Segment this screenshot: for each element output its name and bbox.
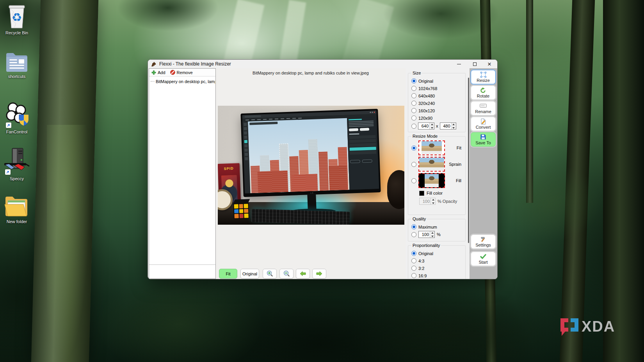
size-option-640x480[interactable]: 640x480 [411, 92, 463, 99]
desktop-icon-new-folder[interactable]: New folder [0, 194, 34, 224]
tree-connector [151, 81, 155, 82]
open-folder-icon [4, 194, 30, 218]
spin-down-icon [430, 126, 434, 129]
minimize-button[interactable] [452, 60, 466, 68]
mode-option-fill[interactable]: Fill [411, 173, 463, 188]
desktop-icon-shortcuts[interactable]: shortcuts [0, 51, 34, 79]
radio-icon [411, 108, 416, 113]
opacity-spinner[interactable]: 100 [419, 198, 436, 205]
convert-button[interactable]: Convert [471, 117, 496, 131]
size-group: Size Original 1024x768 640x480 [408, 73, 466, 132]
remove-icon [170, 70, 175, 75]
custom-height-spinner[interactable]: 480 [440, 122, 456, 130]
size-option-original[interactable]: Original [411, 77, 463, 85]
preview-pane: BitMappery on desktop pc, lamp and rubik… [216, 68, 406, 279]
foliage [500, 164, 601, 242]
proportionality-16-9[interactable]: 16:9 [411, 272, 463, 279]
fill-color-row: Fill color [419, 190, 463, 197]
radio-icon[interactable] [411, 124, 416, 129]
fill-thumbnail [418, 173, 445, 188]
size-option-custom: 640 x 480 [411, 122, 463, 130]
quality-percent-spinner[interactable]: 100 [418, 231, 435, 238]
radio-icon [411, 162, 416, 167]
zoom-out-icon [283, 270, 290, 277]
options-pane: Size Original 1024x768 640x480 [406, 68, 470, 279]
remove-label: Remove [177, 70, 193, 75]
window-title: Flexxi - The flexible Image Resizer [159, 61, 231, 67]
size-option-160x120[interactable]: 160x120 [411, 107, 463, 114]
add-button[interactable]: Add [149, 69, 168, 76]
file-name: BitMappery on desktop pc, lamp a [156, 79, 215, 84]
file-panel-divider [149, 264, 215, 265]
moss-highlight [47, 125, 90, 362]
close-button[interactable]: ✕ [483, 60, 496, 68]
settings-button[interactable]: Settings [471, 234, 496, 249]
next-image-button[interactable] [312, 269, 326, 279]
start-button[interactable]: Start [471, 252, 496, 266]
file-toolbar: Add Remove [149, 69, 215, 76]
radio-icon [411, 93, 416, 98]
radio-selected-icon [411, 224, 416, 229]
rename-button[interactable]: Rename [471, 101, 496, 115]
preview-toolbar: Fit Original [216, 269, 406, 279]
desktop-icon-speccy[interactable]: Speccy [0, 147, 34, 181]
xda-right-bracket [571, 318, 578, 332]
convert-icon [480, 119, 486, 124]
folder-documents-icon [5, 51, 29, 73]
resize-mode-group: Resize Mode Fit Sprain Fill [408, 136, 466, 215]
original-button[interactable]: Original [240, 269, 259, 279]
spin-up-icon [452, 123, 456, 126]
file-list-item[interactable]: BitMappery on desktop pc, lamp a [151, 78, 215, 84]
opacity-row: 100 % Opacity [419, 197, 463, 205]
zoom-in-button[interactable] [263, 269, 277, 279]
file-list-panel: Add Remove BitMappery on desktop pc, lam… [149, 68, 216, 279]
quality-option-maximum[interactable]: Maximum [411, 223, 463, 231]
flexxi-window: Flexxi - The flexible Image Resizer ✕ Ad… [148, 59, 498, 279]
rename-icon [480, 104, 487, 108]
desktop-icon-fancontrol[interactable]: FanControl [0, 101, 34, 135]
fill-color-swatch[interactable] [419, 191, 424, 196]
size-option-120x90[interactable]: 120x90 [411, 114, 463, 122]
resize-icon [480, 72, 486, 78]
mode-option-fit[interactable]: Fit [411, 140, 463, 155]
maximize-button[interactable] [468, 60, 481, 68]
size-option-1024x768[interactable]: 1024x768 [411, 85, 463, 92]
radio-icon[interactable] [411, 232, 416, 237]
size-separator: x [436, 124, 438, 128]
fit-button[interactable]: Fit [219, 269, 237, 279]
custom-width-spinner[interactable]: 640 [418, 122, 434, 130]
radio-selected-icon [411, 251, 416, 256]
rotate-icon [480, 87, 486, 93]
save-icon [480, 134, 486, 140]
desktop-icon-recycle-bin[interactable]: ♻ Recycle Bin [0, 2, 34, 35]
spin-up-icon [430, 123, 434, 126]
actions-pane: Resize Rotate Rename [470, 68, 497, 279]
mode-option-sprain[interactable]: Sprain [411, 157, 463, 172]
shortcut-arrow-icon [6, 122, 11, 128]
zoom-out-button[interactable] [279, 269, 294, 279]
save-to-button[interactable]: Save To [471, 132, 496, 147]
remove-button[interactable]: Remove [168, 69, 195, 76]
tree-trunk [603, 0, 644, 362]
proportionality-3-2[interactable]: 3:2 [411, 264, 463, 272]
photo-city-canvas [248, 118, 349, 193]
resize-button[interactable]: Resize [471, 70, 496, 84]
previous-image-button[interactable] [296, 269, 310, 279]
size-option-320x240[interactable]: 320x240 [411, 99, 463, 107]
sprain-thumbnail [418, 157, 445, 172]
maximize-icon [473, 62, 477, 66]
rotate-button[interactable]: Rotate [471, 85, 496, 100]
spin-down-icon [452, 126, 456, 129]
proportionality-original[interactable]: Original [411, 250, 463, 257]
titlebar[interactable]: Flexxi - The flexible Image Resizer ✕ [148, 60, 497, 68]
proportionality-4-3[interactable]: 4:3 [411, 257, 463, 264]
photo-monitor-stand [307, 193, 317, 211]
options-scrollbar[interactable] [468, 78, 469, 243]
xda-text: XDA [582, 318, 615, 335]
horse-icon [151, 61, 157, 67]
quality-group: Quality Maximum 100 % [408, 219, 466, 241]
proportionality-group: Proportionality Original 4:3 3:2 [408, 245, 466, 279]
radio-icon [411, 178, 416, 183]
arrow-left-icon [300, 271, 306, 276]
preview-filename: BitMappery on desktop pc, lamp and rubik… [216, 71, 406, 75]
